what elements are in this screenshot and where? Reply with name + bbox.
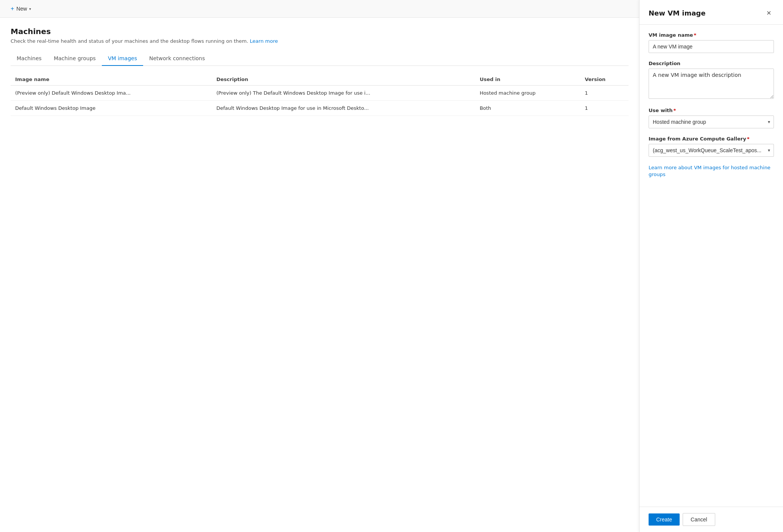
tab-vm-images[interactable]: VM images <box>102 51 143 66</box>
image-gallery-group: Image from Azure Compute Gallery* (acg_w… <box>649 136 774 157</box>
panel-body: VM image name* Description A new VM imag… <box>640 25 783 507</box>
col-version: Version <box>580 73 629 86</box>
row-image-name: Default Windows Desktop Image <box>11 101 212 116</box>
description-label: Description <box>649 61 774 66</box>
learn-more-hosted-link[interactable]: Learn more about VM images for hosted ma… <box>649 164 774 178</box>
image-gallery-select-wrapper: (acg_west_us_WorkQueue_ScaleTest_apos...… <box>649 144 774 157</box>
page-subtitle: Check the real-time health and status of… <box>11 38 629 44</box>
required-indicator: * <box>694 32 696 38</box>
page-title: Machines <box>11 27 629 36</box>
required-indicator: * <box>674 108 676 113</box>
tabs-bar: Machines Machine groups VM images Networ… <box>11 51 629 66</box>
helper-link-container: Learn more about VM images for hosted ma… <box>649 164 774 178</box>
close-icon: ✕ <box>766 9 771 17</box>
plus-icon: + <box>11 5 14 12</box>
row-version: 1 <box>580 101 629 116</box>
row-description: (Preview only) The Default Windows Deskt… <box>212 86 475 101</box>
description-input[interactable]: A new VM image with description <box>649 69 774 99</box>
use-with-select-wrapper: Hosted machine group Both ▾ <box>649 115 774 128</box>
image-gallery-select[interactable]: (acg_west_us_WorkQueue_ScaleTest_apos... <box>649 144 774 157</box>
vm-image-name-group: VM image name* <box>649 32 774 53</box>
panel-header: New VM image ✕ <box>640 0 783 25</box>
table-row[interactable]: Default Windows Desktop Image Default Wi… <box>11 101 629 116</box>
use-with-select[interactable]: Hosted machine group Both <box>649 115 774 128</box>
new-label: New <box>16 6 27 12</box>
row-version: 1 <box>580 86 629 101</box>
image-gallery-label: Image from Azure Compute Gallery* <box>649 136 774 142</box>
create-button[interactable]: Create <box>649 513 680 526</box>
vm-image-name-label: VM image name* <box>649 32 774 38</box>
learn-more-link[interactable]: Learn more <box>250 38 278 44</box>
chevron-down-icon: ▾ <box>29 7 31 11</box>
col-description: Description <box>212 73 475 86</box>
description-group: Description A new VM image with descript… <box>649 61 774 100</box>
toolbar: + New ▾ <box>0 0 639 18</box>
row-used-in: Both <box>475 101 580 116</box>
col-image-name: Image name <box>11 73 212 86</box>
page-body: Machines Check the real-time health and … <box>0 18 639 532</box>
use-with-group: Use with* Hosted machine group Both ▾ <box>649 108 774 128</box>
close-button[interactable]: ✕ <box>763 8 774 18</box>
row-used-in: Hosted machine group <box>475 86 580 101</box>
row-description: Default Windows Desktop Image for use in… <box>212 101 475 116</box>
row-image-name: (Preview only) Default Windows Desktop I… <box>11 86 212 101</box>
use-with-label: Use with* <box>649 108 774 113</box>
vm-image-name-input[interactable] <box>649 40 774 53</box>
panel-footer: Create Cancel <box>640 507 783 532</box>
tab-network-connections[interactable]: Network connections <box>143 51 211 66</box>
panel-title: New VM image <box>649 9 705 17</box>
tab-machine-groups[interactable]: Machine groups <box>48 51 102 66</box>
cancel-button[interactable]: Cancel <box>683 513 715 526</box>
table-row[interactable]: (Preview only) Default Windows Desktop I… <box>11 86 629 101</box>
tab-machines[interactable]: Machines <box>11 51 48 66</box>
new-button[interactable]: + New ▾ <box>8 4 34 14</box>
side-panel: New VM image ✕ VM image name* Descriptio… <box>639 0 783 532</box>
required-indicator: * <box>747 136 750 142</box>
vm-images-table: Image name Description Used in Version (… <box>11 73 629 116</box>
col-used-in: Used in <box>475 73 580 86</box>
